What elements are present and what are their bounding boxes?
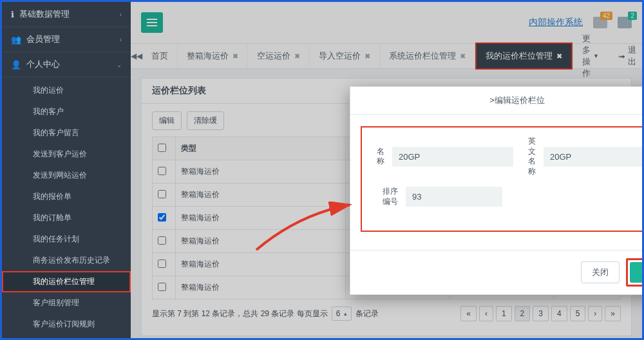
- edit-rate-column-modal: >编辑运价栏位 × 名称 英文 名称 排序 编号: [350, 86, 644, 295]
- sidebar-item[interactable]: 我的报价单: [2, 186, 131, 207]
- sidebar-group-label: 个人中心: [26, 59, 60, 70]
- sidebar-group-personal[interactable]: 👤 个人中心 ⌄: [2, 52, 131, 77]
- modal-footer: 关闭 保存: [350, 250, 644, 294]
- sidebar-item[interactable]: 客户组别管理: [2, 292, 131, 314]
- sidebar-item[interactable]: 我的客户: [2, 101, 131, 122]
- sidebar: ℹ 基础数据管理 ‹ 👥 会员管理 ‹ 👤 个人中心 ⌄ 我的运价我的客户我的客…: [2, 2, 131, 338]
- sort-no-input[interactable]: [406, 187, 502, 207]
- modal-save-button[interactable]: 保存: [630, 262, 644, 283]
- info-icon: ℹ: [11, 10, 14, 19]
- sidebar-item[interactable]: 商务运价发布历史记录: [2, 250, 131, 271]
- sidebar-group-label: 基础数据管理: [19, 8, 70, 20]
- form-highlight-area: 名称 英文 名称 排序 编号: [361, 126, 644, 232]
- sidebar-group-label: 会员管理: [26, 33, 60, 45]
- modal-close-button[interactable]: 关闭: [581, 261, 620, 283]
- chevron-left-icon: ‹: [120, 11, 122, 18]
- sidebar-item[interactable]: 我的运价栏位管理: [2, 271, 131, 292]
- sidebar-group-membership[interactable]: 👥 会员管理 ‹: [2, 27, 131, 52]
- en-name-input[interactable]: [544, 147, 644, 167]
- sidebar-group-basic-data[interactable]: ℹ 基础数据管理 ‹: [2, 2, 131, 27]
- users-icon: 👥: [11, 35, 21, 44]
- sidebar-item[interactable]: 我的运价: [2, 80, 131, 101]
- save-callout: 保存: [626, 258, 644, 287]
- chevron-down-icon: ⌄: [117, 61, 122, 68]
- name-input[interactable]: [392, 147, 513, 167]
- user-icon: 👤: [11, 60, 21, 70]
- sidebar-item[interactable]: 我的订舱单: [2, 207, 131, 229]
- main-area: 内部操作系统 42 2 ◀◀ 首页整箱海运价✖空运运价✖导入空运价✖系统运价栏位…: [131, 2, 642, 338]
- sidebar-item[interactable]: 客户运价订阅规则: [2, 314, 131, 335]
- modal-header: >编辑运价栏位 ×: [350, 87, 644, 115]
- modal-title: >编辑运价栏位: [489, 95, 545, 105]
- label-sort-no: 排序 编号: [370, 187, 398, 207]
- label-en-name: 英文 名称: [521, 137, 536, 176]
- label-name: 名称: [370, 147, 384, 167]
- sidebar-item[interactable]: 我的客户留言: [2, 122, 131, 144]
- sidebar-personal-list: 我的运价我的客户我的客户留言发送到客户运价发送到网站运价我的报价单我的订舱单我的…: [2, 77, 131, 340]
- sidebar-item[interactable]: 发送到客户运价: [2, 144, 131, 165]
- sidebar-item[interactable]: 个人资料: [2, 335, 131, 340]
- chevron-left-icon: ‹: [120, 36, 122, 43]
- sidebar-item[interactable]: 发送到网站运价: [2, 165, 131, 186]
- sidebar-item[interactable]: 我的任务计划: [2, 229, 131, 250]
